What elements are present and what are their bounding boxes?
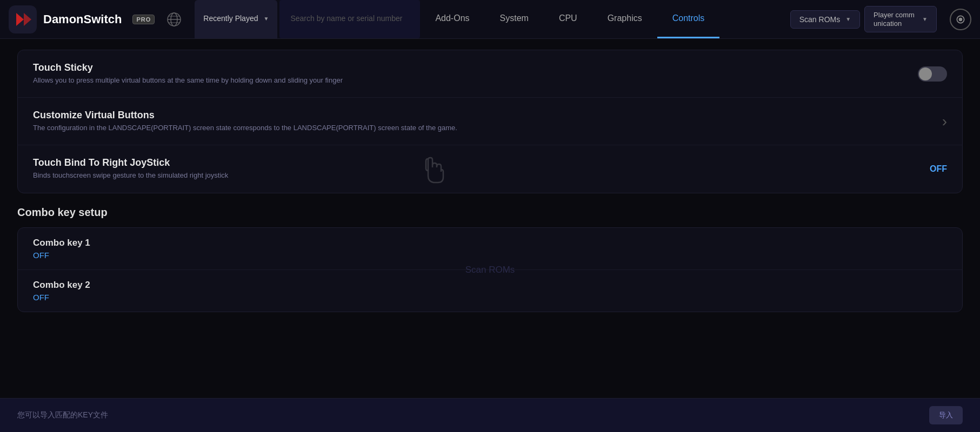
touch-bind-content: Touch Bind To Right JoyStick Binds touch… [33,157,919,180]
combo-section: Combo key setup Scan ROMs Combo key 1 OF… [17,206,963,312]
controls-settings-card: Touch Sticky Allows you to press multipl… [17,50,963,193]
logo-area: DamonSwitch PRO [9,5,182,33]
scan-roms-dropdown-arrow: ▼ [845,16,851,22]
customize-virtual-buttons-action: › [942,113,947,130]
combo-key-1-value: OFF [33,251,947,260]
customize-virtual-buttons-title: Customize Virtual Buttons [33,110,931,121]
tab-system[interactable]: System [485,0,544,38]
chevron-right-icon: › [942,113,947,130]
player-comm-dropdown-arrow: ▼ [922,16,928,22]
tab-recently-played[interactable]: Recently Played ▼ [195,0,277,38]
customize-virtual-buttons-content: Customize Virtual Buttons The configurat… [33,110,931,133]
main-content: Touch Sticky Allows you to press multipl… [0,39,980,336]
combo-key-1-row[interactable]: Combo key 1 OFF [18,228,962,270]
record-icon[interactable] [950,9,971,30]
touch-sticky-row: Touch Sticky Allows you to press multipl… [18,50,962,98]
recently-played-dropdown-arrow: ▼ [263,16,269,22]
combo-key-2-value: OFF [33,293,947,302]
touch-sticky-description: Allows you to press multiple virtual but… [33,76,907,85]
import-button[interactable]: 导入 [929,406,963,424]
app-title: DamonSwitch [43,12,122,26]
tab-cpu[interactable]: CPU [544,0,592,38]
tab-controls[interactable]: Controls [657,0,720,38]
app-header: DamonSwitch PRO Recently Played ▼ Search… [0,0,980,39]
nav-tabs: Recently Played ▼ Search by name or seri… [195,0,790,38]
pro-badge: PRO [132,15,155,24]
globe-icon[interactable] [166,12,182,27]
header-right: Scan ROMs ▼ Player comm unication ▼ [790,6,971,32]
touch-sticky-action [918,66,947,82]
touch-bind-description: Binds touchscreen swipe gesture to the s… [33,171,919,180]
touch-bind-row: Touch Bind To Right JoyStick Binds touch… [18,145,962,192]
customize-virtual-buttons-description: The configuration in the LANDSCAPE(PORTR… [33,123,931,133]
customize-virtual-buttons-row[interactable]: Customize Virtual Buttons The configurat… [18,98,962,145]
touch-sticky-content: Touch Sticky Allows you to press multipl… [33,62,907,85]
touch-bind-action[interactable]: OFF [930,164,947,174]
bottom-toast-bar: 您可以导入匹配的KEY文件 导入 [0,398,980,432]
combo-key-2-title: Combo key 2 [33,280,947,291]
player-comm-button[interactable]: Player comm unication ▼ [864,6,937,32]
toast-right-area: 导入 [929,406,963,424]
combo-key-1-title: Combo key 1 [33,238,947,248]
tab-add-ons[interactable]: Add-Ons [420,0,484,38]
combo-section-title: Combo key setup [17,206,963,219]
combo-keys-card: Combo key 1 OFF Combo key 2 OFF [17,227,963,312]
touch-bind-title: Touch Bind To Right JoyStick [33,157,919,168]
combo-key-2-row[interactable]: Combo key 2 OFF [18,270,962,312]
bottom-hint-text: 您可以导入匹配的KEY文件 [17,410,108,420]
touch-sticky-toggle[interactable] [918,66,947,82]
scan-roms-button[interactable]: Scan ROMs ▼ [790,10,860,29]
tab-graphics[interactable]: Graphics [592,0,657,38]
touch-sticky-toggle-knob [919,68,932,80]
svg-point-9 [959,17,963,21]
app-logo[interactable] [9,5,37,33]
touch-bind-value: OFF [930,164,947,174]
search-input-tab[interactable]: Search by name or serial number [279,0,420,38]
touch-sticky-title: Touch Sticky [33,62,907,73]
